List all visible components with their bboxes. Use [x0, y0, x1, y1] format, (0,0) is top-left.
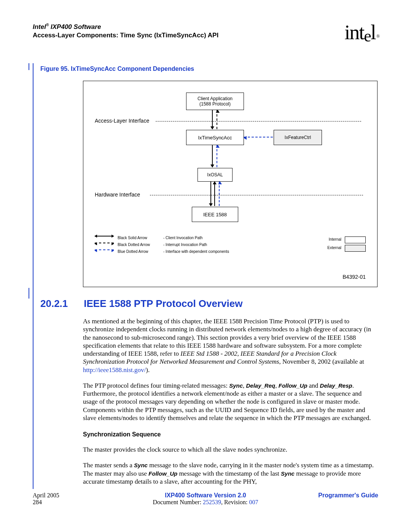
legend-box-external — [345, 245, 366, 252]
text: and — [307, 382, 320, 389]
logo-part: int — [344, 21, 364, 44]
paragraph: As mentioned at the beginning of this ch… — [83, 317, 376, 374]
text: message with the timestamp of the last — [177, 470, 281, 477]
paragraph: The master sends a Sync message to the s… — [83, 461, 376, 486]
footer-doc-label: Document Number: — [153, 499, 203, 505]
arrow-icon — [217, 110, 217, 129]
figure-caption: Figure 95. IxTimeSyncAcc Component Depen… — [40, 66, 378, 72]
msg-follow-up: Follow_Up — [279, 382, 307, 389]
header-chapter: Access-Layer Components: Time Sync (IxTi… — [33, 32, 218, 39]
diagram-node-ieee: IEEE 1588 — [192, 207, 238, 222]
page-content: Intel® IXP400 Software Access-Layer Comp… — [33, 23, 378, 486]
diagram-label-access-layer: Access-Layer Interface — [95, 118, 149, 124]
diagram-node-feature: IxFeatureCtrl — [274, 130, 322, 145]
legend-arrow-blue — [95, 249, 114, 250]
link-nist[interactable]: http://ieee1588.nist.gov/ — [83, 366, 146, 374]
msg-sync: Sync — [229, 382, 243, 389]
arrow-icon — [244, 137, 273, 137]
logo-part: e — [364, 27, 371, 45]
text: , — [275, 382, 279, 389]
arrow-icon — [217, 145, 217, 167]
footer-revision: 007 — [249, 499, 258, 505]
legend-text: Black Dotted Arrow — [118, 242, 163, 248]
section-title: IEEE 1588 PTP Protocol Overview — [84, 298, 242, 310]
footer-doc-number: 252539 — [203, 499, 221, 505]
paragraph: The master provides the clock source to … — [83, 446, 376, 454]
diagram-legend-boxes — [345, 236, 366, 253]
legend-arrow-solid — [95, 236, 114, 236]
msg-delay-req: Delay_Req — [246, 382, 276, 389]
footer-rev-label: , Revision: — [221, 499, 249, 505]
arrow-icon — [212, 145, 213, 167]
change-bar-marker — [29, 63, 29, 70]
subheading-sync-sequence: Synchronization Sequence — [83, 431, 378, 438]
paragraph: The PTP protocol defines four timing-rel… — [83, 382, 376, 422]
diagram-node-osal: IxOSAL — [198, 168, 233, 182]
legend-text: - Interface with dependent components — [163, 249, 255, 254]
section-heading: 20.2.1 IEEE 1588 PTP Protocol Overview — [40, 298, 378, 310]
arrow-icon — [210, 182, 211, 206]
arrow-icon — [219, 182, 220, 206]
footer-version: IXP400 Software Version 2.0 — [165, 492, 246, 498]
diagram-code: B4392-01 — [342, 274, 366, 280]
arrow-icon — [214, 182, 215, 206]
legend-text: - Interrupt Invocation Path — [163, 242, 255, 248]
legend-text: Black Solid Arrow — [118, 235, 163, 241]
legend-arrow-dotted — [95, 243, 114, 243]
diagram-node-sync: IxTimeSyncAcc — [186, 130, 244, 145]
text: ). — [146, 366, 150, 374]
logo-reg: ® — [376, 34, 379, 39]
intel-logo: intel® — [344, 21, 378, 44]
msg-sync: Sync — [134, 462, 148, 468]
legend-text: - Client Invocation Path — [163, 235, 255, 241]
section-number: 20.2.1 — [40, 298, 68, 310]
header-text: Intel® IXP400 Software Access-Layer Comp… — [33, 23, 218, 39]
change-bar-marker — [29, 288, 29, 299]
footer-right: Programmer's Guide — [318, 492, 378, 499]
legend-box-internal — [345, 236, 366, 243]
diagram-label-hardware: Hardware Interface — [95, 192, 140, 198]
diagram-text: (1588 Protocol) — [199, 101, 231, 107]
text: The PTP protocol defines four timing-rel… — [83, 382, 229, 389]
text: , November 8, 2002 (available at — [279, 358, 364, 365]
diagram-legend-arrows: Black Solid Arrow - Client Invocation Pa… — [95, 235, 255, 256]
text: , — [243, 382, 246, 389]
dependency-diagram: Client Application (1588 Protocol) IxTim… — [83, 81, 378, 287]
header-product-suffix: IXP400 Software — [49, 23, 101, 30]
msg-sync: Sync — [281, 470, 295, 477]
diagram-node-client: Client Application (1588 Protocol) — [186, 93, 244, 110]
logo-part: l — [371, 21, 376, 44]
diagram-text: Client Application — [198, 96, 233, 101]
legend-text: Blue Dotted Arrow — [118, 249, 163, 254]
diagram-divider — [150, 195, 363, 195]
legend-label-external: External — [327, 246, 341, 250]
msg-follow-up: Follow_Up — [148, 470, 177, 477]
page-header: Intel® IXP400 Software Access-Layer Comp… — [33, 23, 378, 46]
header-product: Intel — [33, 23, 46, 30]
diagram-divider — [156, 121, 361, 121]
legend-label-internal: Internal — [329, 237, 341, 241]
arrow-icon — [212, 110, 213, 129]
text: The master sends a — [83, 462, 134, 469]
msg-delay-resp: Delay_Resp — [320, 382, 352, 389]
